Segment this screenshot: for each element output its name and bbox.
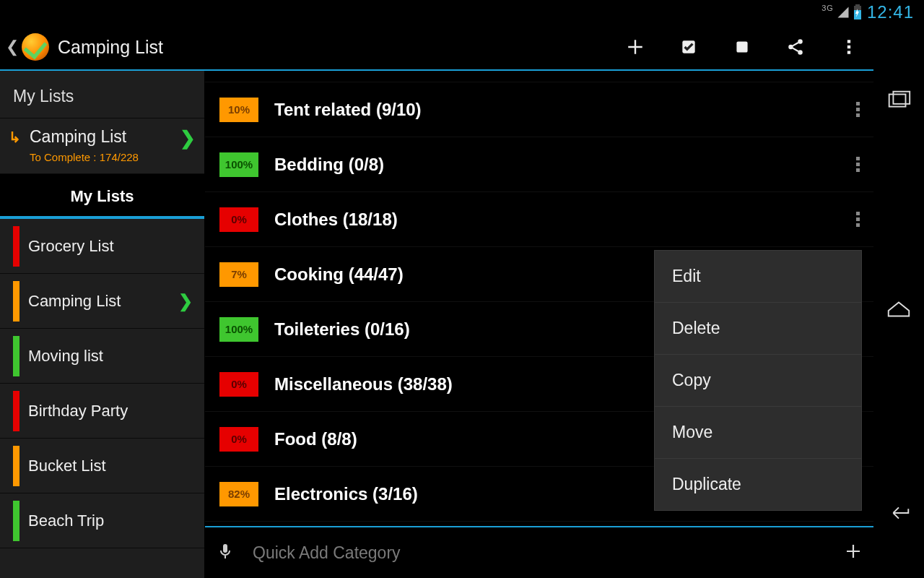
- context-menu-item[interactable]: Edit: [655, 251, 861, 303]
- svg-point-6: [788, 45, 793, 50]
- system-nav: [873, 25, 924, 578]
- sidebar-tab-mylists[interactable]: My Lists: [0, 174, 204, 219]
- quick-add-input[interactable]: Quick Add Category: [253, 543, 826, 563]
- current-list-subtitle: To Complete : 174/228: [30, 151, 171, 163]
- context-menu-item[interactable]: Delete: [655, 303, 861, 355]
- sidebar-item-label: Beach Trip: [28, 512, 193, 530]
- category-percent-badge: 100%: [219, 317, 258, 342]
- category-row[interactable]: 0%Planning (0/0): [205, 71, 873, 82]
- sidebar-item[interactable]: Beach Trip: [0, 493, 204, 548]
- status-clock: 12:41: [867, 2, 914, 22]
- sidebar-item-label: Camping List: [28, 292, 178, 311]
- signal-icon: [837, 6, 850, 19]
- category-percent-badge: 7%: [219, 262, 258, 287]
- category-percent-badge: 100%: [219, 152, 258, 177]
- category-label: Clothes (18/18): [274, 210, 850, 230]
- svg-rect-4: [736, 41, 747, 52]
- overflow-menu-button[interactable]: [839, 37, 859, 57]
- svg-rect-11: [889, 95, 906, 107]
- sidebar-item-label: Birthday Party: [28, 402, 193, 420]
- battery-icon: [853, 4, 863, 20]
- recent-apps-button[interactable]: [881, 84, 916, 118]
- category-row-menu-button[interactable]: [850, 157, 865, 172]
- category-row[interactable]: 10%Tent related (9/10): [205, 82, 873, 137]
- network-type: 3G: [821, 4, 834, 12]
- category-label: Tent related (9/10): [274, 100, 850, 120]
- category-row[interactable]: 0%Clothes (18/18): [205, 192, 873, 247]
- list-color-indicator: [13, 446, 19, 486]
- add-button[interactable]: [625, 37, 645, 57]
- category-percent-badge: 0%: [219, 207, 258, 232]
- sidebar-item[interactable]: Grocery List: [0, 219, 204, 274]
- list-color-indicator: [13, 281, 19, 322]
- context-menu-item[interactable]: Duplicate: [655, 459, 861, 510]
- context-menu: EditDeleteCopyMoveDuplicate: [654, 250, 862, 511]
- list-color-indicator: [13, 501, 19, 541]
- context-menu-item[interactable]: Move: [655, 407, 861, 459]
- action-buttons: [625, 37, 859, 57]
- chevron-right-icon: ❯: [178, 291, 193, 311]
- indent-arrow-icon: ↳: [9, 129, 21, 146]
- category-row[interactable]: 100%Bedding (0/8): [205, 137, 873, 192]
- sidebar-item[interactable]: Camping List❯: [0, 274, 204, 329]
- svg-point-7: [798, 50, 803, 55]
- sidebar: My Lists ↳ Camping List To Complete : 17…: [0, 71, 205, 578]
- sidebar-item[interactable]: Moving list: [0, 329, 204, 384]
- list-color-indicator: [13, 391, 19, 431]
- category-row-menu-button[interactable]: [850, 212, 865, 227]
- svg-rect-12: [893, 92, 910, 104]
- status-bar: 3G 12:41: [0, 0, 924, 25]
- sidebar-item[interactable]: Birthday Party: [0, 384, 204, 439]
- category-percent-badge: 0%: [219, 372, 258, 397]
- current-list-name: Camping List: [30, 127, 171, 147]
- checkbox-action-button[interactable]: [679, 37, 699, 57]
- chevron-right-icon: ❯: [180, 127, 196, 150]
- category-percent-badge: 0%: [219, 427, 258, 452]
- sidebar-list: Grocery ListCamping List❯Moving listBirt…: [0, 219, 204, 578]
- microphone-icon[interactable]: [217, 543, 234, 563]
- sidebar-item-label: Grocery List: [28, 237, 193, 256]
- context-menu-item[interactable]: Copy: [655, 355, 861, 407]
- status-icons: 3G: [821, 4, 863, 20]
- category-row-menu-button[interactable]: [850, 102, 865, 117]
- svg-point-5: [798, 39, 803, 44]
- app-icon[interactable]: [22, 33, 49, 61]
- quick-add-bar: Quick Add Category: [205, 526, 873, 578]
- category-percent-badge: 82%: [219, 482, 258, 506]
- sidebar-item[interactable]: Bucket List: [0, 439, 204, 493]
- quick-add-plus-button[interactable]: [845, 543, 862, 563]
- category-percent-badge: 10%: [219, 98, 258, 122]
- share-button[interactable]: [785, 37, 806, 57]
- page-title: Camping List: [58, 37, 625, 58]
- sidebar-item-label: Bucket List: [28, 457, 193, 475]
- list-color-indicator: [13, 336, 19, 376]
- back-button[interactable]: [881, 496, 916, 530]
- svg-rect-13: [225, 556, 226, 558]
- action-bar: ❮ Camping List: [0, 25, 873, 69]
- svg-rect-10: [847, 51, 850, 53]
- sidebar-item-label: Moving list: [28, 347, 193, 366]
- back-caret-icon[interactable]: ❮: [6, 38, 19, 56]
- stop-action-button[interactable]: [732, 37, 752, 57]
- svg-rect-9: [847, 46, 850, 48]
- svg-rect-8: [847, 40, 850, 43]
- svg-rect-2: [855, 4, 860, 7]
- category-label: Bedding (0/8): [274, 155, 850, 175]
- sidebar-current-list[interactable]: ↳ Camping List To Complete : 174/228 ❯: [0, 118, 204, 174]
- sidebar-header: My Lists: [0, 71, 204, 118]
- home-button[interactable]: [881, 292, 916, 327]
- list-color-indicator: [13, 226, 19, 267]
